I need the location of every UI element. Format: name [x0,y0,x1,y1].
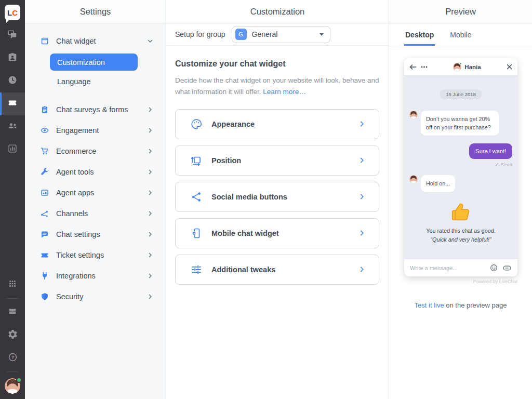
clipboard-icon [41,105,49,114]
sidebar-item-chat-settings[interactable]: Chat settings [25,224,166,245]
rail-item-tickets[interactable] [0,92,25,115]
sidebar-item-label: Chat settings [56,230,100,238]
sidebar-item-chat-widget[interactable]: Chat widget [25,31,166,51]
sidebar-item-agent-tools[interactable]: Agent tools [25,162,166,182]
back-arrow-icon[interactable] [409,64,417,70]
sidebar-item-label: Engagement [56,126,99,135]
sidebar-item-ecommerce[interactable]: Ecommerce [25,141,166,162]
card-mobile-chat-widget[interactable]: Mobile chat widget [175,218,379,248]
sidebar-subitem-language[interactable]: Language [57,72,166,90]
settings-menu: Chat widget Customization Language Chat … [25,23,166,307]
logo-letter-c: C [12,8,18,17]
widget-icon [41,37,49,45]
chevron-right-icon [147,252,153,258]
card-position[interactable]: Position [175,145,379,176]
chevron-right-icon [147,190,153,196]
thumbs-up-icon [449,200,473,223]
chat-input-bar [404,259,517,276]
rail-item-reports[interactable] [0,138,25,161]
learn-more-link[interactable]: Learn more… [263,88,306,96]
customization-content: Customize your chat widget Decide how th… [166,46,389,291]
agent-message-row: Hold on... [409,175,512,192]
plug-icon [41,272,49,280]
footer-text: on the preview page [444,301,507,309]
livechat-logo[interactable]: LC [5,5,20,20]
chevron-down-icon [147,38,153,44]
bar-chart-icon [7,143,18,156]
chat-agent: Hania [428,63,507,71]
rating-text: You rated this chat as good. [409,228,512,234]
sidebar-item-security[interactable]: Security [25,286,166,307]
menu-dots-icon[interactable] [421,66,428,68]
sidebar-subitem-customization[interactable]: Customization [50,54,138,71]
chevron-right-icon [358,121,365,127]
visitor-message-bubble: Sure I want! [469,143,512,159]
agent-avatar [409,175,418,183]
sidebar-item-integrations[interactable]: Integrations [25,265,166,286]
rail-item-settings[interactable] [0,324,25,347]
livechat-app: LC ? [0,0,532,399]
chats-icon [7,29,18,42]
customization-panel: Customization Setup for group G General … [166,0,389,399]
tab-desktop[interactable]: Desktop [404,23,435,46]
test-it-live-link[interactable]: Test it live [415,301,444,309]
message-input[interactable] [410,265,485,271]
rail-item-apps[interactable] [0,273,25,296]
preview-panel: Preview Desktop Mobile Hania 15 June 201… [389,0,532,399]
section-title: Customize your chat widget [175,59,379,69]
rail-item-chats[interactable] [0,24,25,47]
group-selected-value: General [252,30,278,38]
chevron-right-icon [358,266,365,273]
chevron-right-icon [147,169,153,175]
rail-item-contacts[interactable] [0,47,25,70]
position-icon [190,154,203,167]
rail-item-help[interactable]: ? [0,347,25,369]
sidebar-item-label: Ecommerce [56,147,96,155]
apps-grid-icon [7,278,18,291]
sidebar-item-label: Integrations [56,272,96,280]
group-select[interactable]: G General [232,26,330,43]
sidebar-item-agent-apps[interactable]: Agent apps [25,182,166,203]
sidebar-item-label: Channels [56,209,88,218]
eye-icon [41,126,49,135]
sidebar-item-engagement[interactable]: Engagement [25,120,166,141]
contacts-icon [7,51,18,65]
ticket-icon [7,97,18,111]
sidebar-item-ticket-settings[interactable]: Ticket settings [25,245,166,265]
sidebar-item-label: Ticket settings [56,251,104,259]
sidebar-item-channels[interactable]: Channels [25,203,166,224]
user-avatar[interactable] [5,378,20,394]
tab-mobile[interactable]: Mobile [449,23,472,46]
card-additional-tweaks[interactable]: Additional tweaks [175,255,379,285]
rail-divider [7,371,18,372]
chevron-right-icon [147,107,153,113]
attachment-icon[interactable] [503,265,512,271]
rating-quote: “Quick and very helpful!” [409,236,512,243]
sidebar-item-label: Agent apps [56,189,94,197]
share-icon [190,191,203,203]
rail-item-team[interactable] [0,115,25,138]
chevron-right-icon [147,148,153,154]
sidebar-item-chat-surveys[interactable]: Chat surveys & forms [25,99,166,120]
team-icon [7,120,18,134]
rail-item-archives[interactable] [0,70,25,92]
agent-avatar [409,111,418,119]
chevron-right-icon [147,294,153,300]
window-apps-icon [41,189,49,197]
chevron-right-icon [147,273,153,279]
sidebar-item-label: Chat widget [56,37,96,45]
close-icon[interactable] [507,64,512,70]
card-social-media-buttons[interactable]: Social media buttons [175,182,379,212]
card-appearance[interactable]: Appearance [175,109,379,139]
help-icon: ? [7,352,18,365]
emoji-icon[interactable] [490,264,498,272]
svg-text:?: ? [11,354,14,360]
agent-name: Hania [464,64,481,70]
rail-item-subscription[interactable] [0,301,25,324]
chevron-right-icon [358,230,365,236]
agent-message-row: Don’t you wanna get 20% off on your firs… [409,111,512,136]
agent-message-bubble: Don’t you wanna get 20% off on your firs… [421,111,499,136]
setup-for-group-label: Setup for group [175,30,225,38]
settings-sidebar: Settings Chat widget Customization Langu… [25,0,166,399]
chevron-right-icon [358,193,365,200]
